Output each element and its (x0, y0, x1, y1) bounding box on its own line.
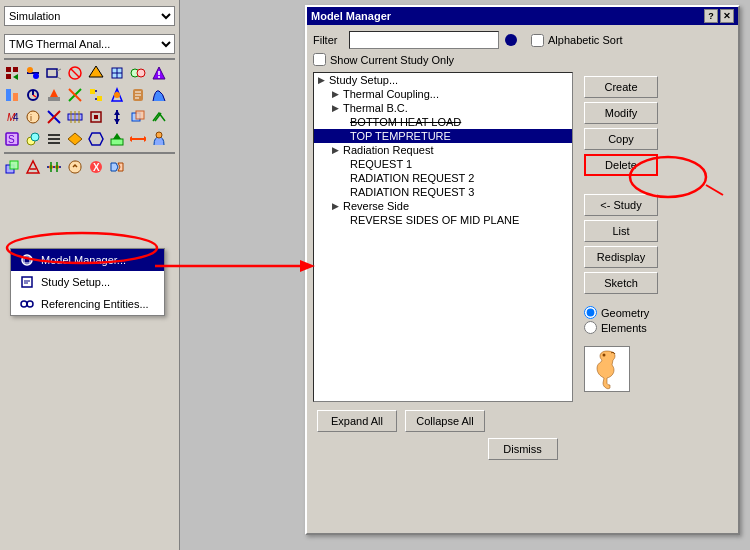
context-menu-model-manager[interactable]: Model Manager... (11, 249, 164, 271)
svg-marker-65 (89, 133, 103, 145)
dialog-titlebar: Model Manager ? ✕ (307, 7, 738, 25)
filter-color-dot[interactable] (505, 34, 517, 46)
svg-rect-21 (6, 89, 11, 101)
tree-expand-icon-9[interactable]: ▶ (332, 201, 339, 211)
icon-9[interactable] (2, 85, 22, 105)
svg-marker-84 (118, 163, 123, 171)
tree-expand-icon-5[interactable]: ▶ (332, 145, 339, 155)
icon-28[interactable] (65, 129, 85, 149)
tree-item-10[interactable]: REVERSE SIDES OF MID PLANE (314, 213, 572, 227)
icon-31[interactable] (128, 129, 148, 149)
icon-14[interactable] (107, 85, 127, 105)
icon-29[interactable] (86, 129, 106, 149)
context-menu-study-setup[interactable]: Study Setup... (11, 271, 164, 293)
icon-21[interactable] (86, 107, 106, 127)
icon-11[interactable] (44, 85, 64, 105)
icon-17[interactable]: M 4 (2, 107, 22, 127)
geometry-radio-row: Geometry (584, 306, 658, 319)
svg-line-25 (33, 95, 36, 97)
alpha-sort-checkbox[interactable] (531, 34, 544, 47)
icon-2[interactable] (23, 63, 43, 83)
elements-radio-label: Elements (601, 322, 647, 334)
simulation-dropdown[interactable]: Simulation (4, 6, 175, 26)
svg-line-11 (71, 69, 79, 77)
close-button[interactable]: ✕ (720, 9, 734, 23)
icon-5[interactable] (86, 63, 106, 83)
icon-15[interactable] (128, 85, 148, 105)
svg-rect-73 (10, 161, 18, 169)
copy-button[interactable]: Copy (584, 128, 658, 150)
icon-16[interactable] (149, 85, 169, 105)
dialog-content: Filter Alphabetic Sort Show Current Stud… (307, 25, 738, 466)
delete-button[interactable]: Delete (584, 154, 658, 176)
modify-button[interactable]: Modify (584, 102, 658, 124)
icon-25[interactable]: S (2, 129, 22, 149)
show-current-checkbox[interactable] (313, 53, 326, 66)
icon-38[interactable] (107, 157, 127, 177)
icon-27[interactable] (44, 129, 64, 149)
icon-7[interactable] (128, 63, 148, 83)
icon-3[interactable] (44, 63, 64, 83)
icon-12[interactable] (65, 85, 85, 105)
tree-item-1[interactable]: ▶ Thermal Coupling... (314, 87, 572, 101)
tree-item-5[interactable]: ▶ Radiation Request (314, 143, 572, 157)
icon-18[interactable]: i (23, 107, 43, 127)
study-setup-icon (19, 274, 35, 290)
svg-rect-7 (47, 69, 57, 77)
icon-8[interactable] (149, 63, 169, 83)
tree-list[interactable]: ▶ Study Setup...▶ Thermal Coupling...▶ T… (313, 72, 573, 402)
icon-4[interactable] (65, 63, 85, 83)
svg-marker-83 (111, 163, 118, 171)
icon-36[interactable] (65, 157, 85, 177)
icon-6[interactable] (107, 63, 127, 83)
tree-expand-icon-2[interactable]: ▶ (332, 103, 339, 113)
dismiss-button[interactable]: Dismiss (488, 438, 558, 460)
icon-37[interactable]: X (86, 157, 106, 177)
redisplay-button[interactable]: Redisplay (584, 246, 658, 268)
create-button[interactable]: Create (584, 76, 658, 98)
svg-rect-1 (13, 67, 18, 72)
list-button[interactable]: List (584, 220, 658, 242)
right-buttons: Create Modify Copy Delete <- Study List … (584, 72, 658, 402)
tree-item-4[interactable]: TOP TEMPRETURE (314, 129, 572, 143)
svg-marker-51 (94, 115, 98, 119)
collapse-all-button[interactable]: Collapse All (405, 410, 485, 432)
tree-expand-icon-0[interactable]: ▶ (318, 75, 325, 85)
filter-input[interactable] (349, 31, 499, 49)
expand-all-button[interactable]: Expand All (317, 410, 397, 432)
tree-item-6[interactable]: REQUEST 1 (314, 157, 572, 171)
icon-22[interactable] (107, 107, 127, 127)
tree-item-3[interactable]: BOTTOM HEAT LOAD (314, 115, 572, 129)
tree-expand-icon-1[interactable]: ▶ (332, 89, 339, 99)
icon-32[interactable] (149, 129, 169, 149)
icon-20[interactable] (65, 107, 85, 127)
study-button[interactable]: <- Study (584, 194, 658, 216)
sketch-button[interactable]: Sketch (584, 272, 658, 294)
icon-33[interactable] (2, 157, 22, 177)
icon-35[interactable] (44, 157, 64, 177)
icon-24[interactable] (149, 107, 169, 127)
icon-30[interactable] (107, 129, 127, 149)
icon-26[interactable] (23, 129, 43, 149)
icon-19[interactable] (44, 107, 64, 127)
icon-10[interactable] (23, 85, 43, 105)
analysis-dropdown[interactable]: TMG Thermal Anal... (4, 34, 175, 54)
elements-radio[interactable] (584, 321, 597, 334)
tree-item-2[interactable]: ▶ Thermal B.C. (314, 101, 572, 115)
icon-34[interactable] (23, 157, 43, 177)
icon-1[interactable] (2, 63, 22, 83)
context-menu-referencing[interactable]: Referencing Entities... (11, 293, 164, 315)
svg-rect-2 (6, 74, 11, 79)
tree-item-0[interactable]: ▶ Study Setup... (314, 73, 572, 87)
icon-23[interactable] (128, 107, 148, 127)
svg-text:X: X (93, 162, 100, 173)
svg-point-71 (156, 132, 162, 138)
icon-13[interactable] (86, 85, 106, 105)
titlebar-buttons: ? ✕ (704, 9, 734, 23)
tree-item-9[interactable]: ▶ Reverse Side (314, 199, 572, 213)
tree-item-8[interactable]: RADIATION REQUEST 3 (314, 185, 572, 199)
tree-item-7[interactable]: RADIATION REQUEST 2 (314, 171, 572, 185)
help-button[interactable]: ? (704, 9, 718, 23)
svg-point-35 (114, 92, 120, 98)
geometry-radio[interactable] (584, 306, 597, 319)
